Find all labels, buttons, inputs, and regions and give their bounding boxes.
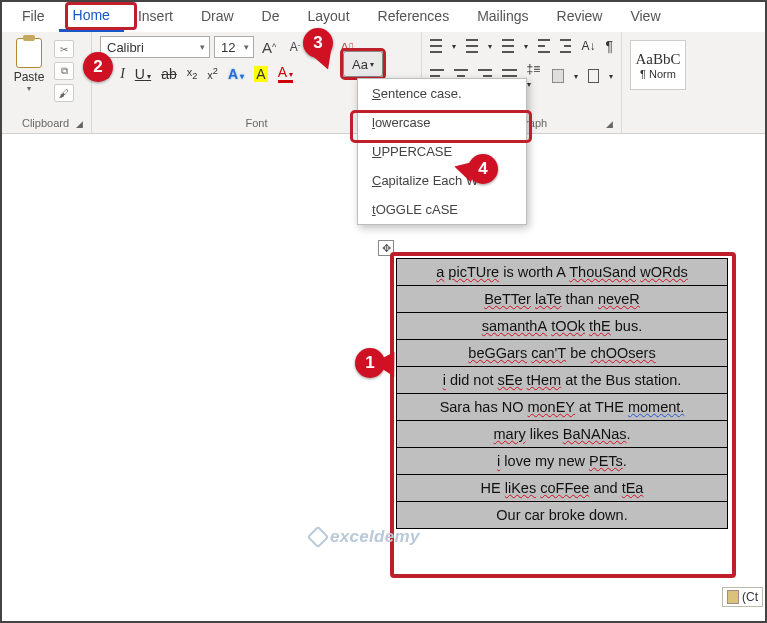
text-effects-button[interactable]: A ▾ xyxy=(228,66,244,82)
tab-review[interactable]: Review xyxy=(543,2,617,30)
tab-references[interactable]: References xyxy=(364,2,464,30)
group-label-clipboard: Clipboard ◢ xyxy=(8,117,83,131)
table-row: i did not sEe tHem at the Bus station. xyxy=(397,367,728,394)
cut-button[interactable]: ✂ xyxy=(54,40,74,58)
tab-insert[interactable]: Insert xyxy=(124,2,187,30)
tab-mailings[interactable]: Mailings xyxy=(463,2,542,30)
table-row: beGGars can'T be chOOsers xyxy=(397,340,728,367)
group-clipboard: Paste ▾ ✂ ⧉ 🖌 Clipboard ◢ xyxy=(0,32,92,133)
watermark: exceldemy xyxy=(310,527,420,547)
tab-layout[interactable]: Layout xyxy=(294,2,364,30)
grow-font-button[interactable]: A^ xyxy=(258,36,280,58)
document-table-area: ✥ a picTUre is worth A ThouSand wORds Be… xyxy=(396,258,728,529)
group-styles: AaBbC ¶ Norm xyxy=(622,32,767,133)
tab-design[interactable]: De xyxy=(248,2,294,30)
menu-sentence-case[interactable]: SSentence case.entence case. xyxy=(358,79,526,108)
callout-badge-3: 3 xyxy=(303,28,333,58)
copy-button[interactable]: ⧉ xyxy=(54,62,74,80)
italic-button[interactable]: I xyxy=(120,66,125,82)
line-spacing-button[interactable]: ‡≡ ▾ xyxy=(527,62,543,90)
menu-capitalize-each-word[interactable]: Capitalize Each W xyxy=(358,166,526,195)
change-case-menu: SSentence case.entence case. lowercase U… xyxy=(357,78,527,225)
font-color-button[interactable]: A ▾ xyxy=(278,64,294,83)
dialog-launcher-icon[interactable]: ◢ xyxy=(76,119,83,129)
ribbon-tabs: File Home Insert Draw De Layout Referenc… xyxy=(0,0,767,32)
underline-button[interactable]: U ▾ xyxy=(135,66,151,82)
table-row: HE liKes coFFee and tEa xyxy=(397,475,728,502)
sample-text-table[interactable]: a picTUre is worth A ThouSand wORds BeTT… xyxy=(396,258,728,529)
table-row: BeTTer laTe than neveR xyxy=(397,286,728,313)
show-marks-button[interactable]: ¶ xyxy=(605,38,613,54)
callout-badge-2: 2 xyxy=(83,52,113,82)
highlight-button[interactable]: A xyxy=(254,66,267,82)
menu-toggle-case[interactable]: tOGGLE cASE xyxy=(358,195,526,224)
font-size-combo[interactable]: 12▾ xyxy=(214,36,254,58)
multilevel-button[interactable] xyxy=(502,39,514,53)
callout-badge-1: 1 xyxy=(355,348,385,378)
table-row: samanthA tOOk thE bus. xyxy=(397,313,728,340)
table-move-handle-icon[interactable]: ✥ xyxy=(378,240,394,256)
format-painter-button[interactable]: 🖌 xyxy=(54,84,74,102)
change-case-button[interactable]: Aa▾ xyxy=(343,51,383,77)
menu-uppercase[interactable]: UPPERCASE xyxy=(358,137,526,166)
paste-options-popup[interactable]: (Ct xyxy=(722,587,763,607)
sort-button[interactable]: A↓ xyxy=(581,39,595,53)
tab-home[interactable]: Home xyxy=(59,1,124,32)
menu-lowercase[interactable]: lowercase xyxy=(358,108,526,137)
numbering-button[interactable] xyxy=(466,39,478,53)
clipboard-small-icon xyxy=(727,590,739,604)
table-row: i love my new PETs. xyxy=(397,448,728,475)
watermark-logo-icon xyxy=(307,526,330,549)
borders-button[interactable] xyxy=(588,69,599,83)
clipboard-icon xyxy=(16,38,42,68)
tab-draw[interactable]: Draw xyxy=(187,2,248,30)
callout-badge-4: 4 xyxy=(468,154,498,184)
tab-view[interactable]: View xyxy=(616,2,674,30)
strikethrough-button[interactable]: ab xyxy=(161,66,177,82)
superscript-button[interactable]: x2 xyxy=(207,66,218,81)
increase-indent-button[interactable] xyxy=(560,39,572,53)
decrease-indent-button[interactable] xyxy=(538,39,550,53)
table-row: Sara has NO monEY at THE moment. xyxy=(397,394,728,421)
table-row: mary likes BaNANas. xyxy=(397,421,728,448)
paste-button[interactable]: Paste ▾ xyxy=(8,36,50,93)
table-row: Our car broke down. xyxy=(397,502,728,529)
font-name-combo[interactable]: Calibri▾ xyxy=(100,36,210,58)
bullets-button[interactable] xyxy=(430,39,442,53)
dialog-launcher-icon[interactable]: ◢ xyxy=(606,119,613,129)
paste-label: Paste xyxy=(14,70,45,84)
table-row: a picTUre is worth A ThouSand wORds xyxy=(397,259,728,286)
style-normal[interactable]: AaBbC ¶ Norm xyxy=(630,40,686,90)
shading-button[interactable] xyxy=(552,69,563,83)
tab-file[interactable]: File xyxy=(8,2,59,30)
subscript-button[interactable]: x2 xyxy=(187,66,198,81)
